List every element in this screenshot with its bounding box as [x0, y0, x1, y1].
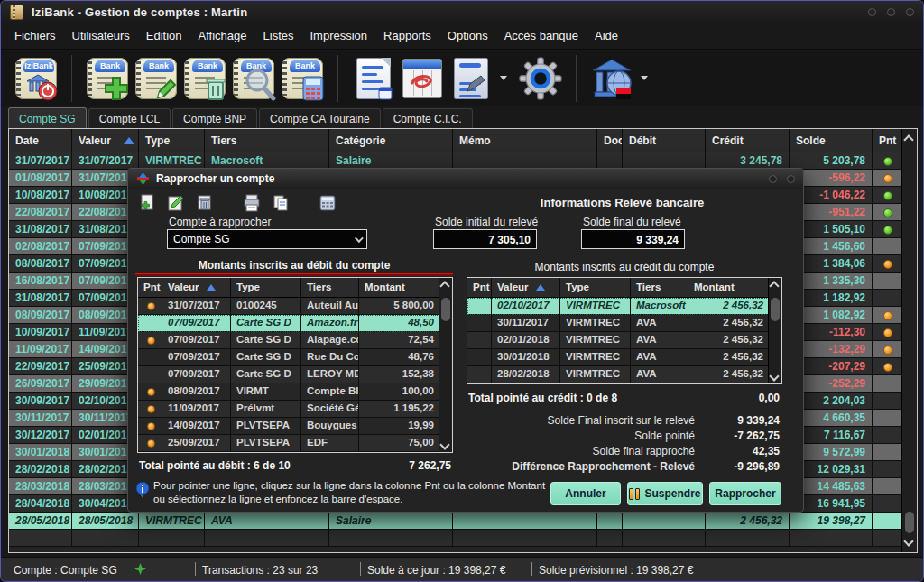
- online-banking-button[interactable]: [587, 53, 636, 104]
- debit-column-header-montant[interactable]: Montant: [359, 278, 440, 297]
- copy-button[interactable]: [271, 193, 291, 213]
- reconcile-button[interactable]: Rapprocher: [709, 482, 781, 505]
- debit-scroll-up-icon[interactable]: [439, 281, 449, 291]
- menu-item-utilisateurs[interactable]: Utilisateurs: [64, 24, 138, 47]
- cell-montant[interactable]: 2 456,32: [688, 315, 770, 332]
- column-header-pnt[interactable]: Pnt: [873, 129, 901, 152]
- add-transaction-button[interactable]: Bank: [83, 53, 132, 104]
- menu-item-edition[interactable]: Edition: [138, 24, 190, 47]
- menu-item-fichiers[interactable]: Fichiers: [6, 24, 64, 47]
- print-button[interactable]: [242, 193, 262, 213]
- column-header-valeur[interactable]: Valeur: [72, 129, 139, 152]
- cell-montant[interactable]: 2 456,32: [688, 349, 770, 366]
- cell-pnt[interactable]: [873, 513, 901, 530]
- cell-pnt[interactable]: [873, 221, 901, 238]
- debit-column-header-pnt[interactable]: Pnt: [138, 278, 162, 297]
- cell-pnt[interactable]: [138, 383, 162, 401]
- calculator-button[interactable]: [318, 193, 337, 213]
- cancel-button[interactable]: Annuler: [550, 482, 621, 505]
- debit-row[interactable]: 08/09/2017VIRMTCompte Bl100,00: [138, 383, 452, 401]
- credit-scroll-up-icon[interactable]: [769, 281, 779, 291]
- cell-pnt[interactable]: [467, 366, 492, 383]
- column-header-cr-dit[interactable]: Crédit: [706, 129, 790, 152]
- cell-pnt[interactable]: [467, 332, 492, 349]
- edit-transaction-button[interactable]: Bank: [132, 53, 180, 104]
- dialog-minimize-button[interactable]: [769, 175, 777, 183]
- cell-montant[interactable]: 5 800,00: [359, 298, 440, 315]
- cell-pnt[interactable]: [873, 170, 901, 187]
- debit-row[interactable]: 07/09/2017Carte SG DAmazon.fr48,50: [138, 315, 452, 332]
- credit-row[interactable]: 30/11/2017VIRMTRECAVA2 456,32: [467, 315, 781, 332]
- column-header-type[interactable]: Type: [139, 129, 205, 152]
- credit-column-header-pnt[interactable]: Pnt: [467, 278, 492, 297]
- credit-column-header-valeur[interactable]: Valeur: [492, 278, 560, 297]
- cell-pnt[interactable]: [138, 401, 162, 418]
- debit-column-header-type[interactable]: Type: [231, 278, 301, 297]
- cell-pnt[interactable]: [873, 358, 901, 375]
- maximize-button[interactable]: [887, 8, 895, 16]
- column-header-m-mo[interactable]: Mémo: [453, 129, 597, 152]
- column-header-date[interactable]: Date: [9, 129, 72, 152]
- cell-montant[interactable]: 152,38: [359, 366, 440, 383]
- credit-scrollbar-thumb[interactable]: [771, 298, 780, 321]
- debit-row[interactable]: 14/09/2017PLVTSEPABouygues19,99: [138, 418, 452, 435]
- cell-pnt[interactable]: [138, 298, 162, 315]
- tab-compte-bnp[interactable]: Compte BNP: [172, 108, 257, 128]
- izibank-home-button[interactable]: IziBank: [12, 53, 60, 104]
- cell-pnt[interactable]: [138, 332, 162, 349]
- column-header-cat-gorie[interactable]: Catégorie: [329, 129, 453, 152]
- cell-pnt[interactable]: [138, 418, 162, 435]
- column-header-tiers[interactable]: Tiers: [205, 129, 329, 152]
- cell-pnt[interactable]: [873, 393, 901, 410]
- cell-montant[interactable]: 2 456,32: [688, 332, 770, 349]
- menu-item-aide[interactable]: Aide: [587, 24, 626, 47]
- menu-item-impression[interactable]: Impression: [302, 24, 376, 47]
- cell-pnt[interactable]: [873, 375, 901, 393]
- menu-item-listes[interactable]: Listes: [255, 24, 302, 47]
- delete-transaction-button[interactable]: Bank: [180, 53, 229, 104]
- cell-montant[interactable]: 2 456,32: [688, 298, 770, 315]
- debit-row[interactable]: 11/09/2017PrélvmtSociété Gé1 195,22: [138, 401, 452, 418]
- add-row-button[interactable]: [137, 193, 157, 213]
- search-transaction-button[interactable]: Bank: [229, 53, 278, 104]
- debit-row[interactable]: 25/09/2017PLVTSEPAEDF75,00: [138, 435, 452, 452]
- credit-column-header-type[interactable]: Type: [560, 278, 631, 297]
- dialog-close-button[interactable]: [787, 175, 795, 183]
- cell-pnt[interactable]: [873, 204, 901, 221]
- schedule-report-button[interactable]: [349, 53, 398, 104]
- tab-compte-c-i-c-[interactable]: Compte C.I.C.: [383, 108, 473, 128]
- cell-pnt[interactable]: [467, 298, 492, 315]
- debit-row[interactable]: 31/07/20170100245Auteuil Au5 800,00: [138, 298, 452, 315]
- cell-pnt[interactable]: [467, 349, 492, 366]
- menu-item-options[interactable]: Options: [439, 24, 496, 47]
- transaction-row[interactable]: 28/05/201828/05/2018VIRMTRECAVASalaire2 …: [9, 513, 917, 530]
- notes-button[interactable]: [447, 53, 495, 104]
- cell-pnt[interactable]: [873, 461, 901, 478]
- cell-pnt[interactable]: [873, 255, 901, 273]
- cell-pnt[interactable]: [138, 435, 162, 452]
- cell-pnt[interactable]: [873, 290, 901, 307]
- tab-compte-ca-touraine[interactable]: Compte CA Touraine: [259, 108, 381, 128]
- column-header-d-bit[interactable]: Débit: [623, 129, 706, 152]
- notes-dropdown-arrow[interactable]: [500, 76, 507, 80]
- tab-compte-lcl[interactable]: Compte LCL: [88, 108, 171, 128]
- cell-montant[interactable]: 48,50: [359, 315, 440, 332]
- calendar-button[interactable]: [398, 53, 447, 104]
- credit-column-header-montant[interactable]: Montant: [688, 278, 770, 297]
- debit-scrollbar-thumb[interactable]: [441, 298, 450, 321]
- menu-item-acc-s-banque[interactable]: Accès banque: [496, 24, 587, 47]
- scroll-down-icon[interactable]: [903, 536, 913, 546]
- scrollbar-thumb[interactable]: [905, 512, 914, 533]
- debit-row[interactable]: 07/09/2017Carte SG DLEROY MER152,38: [138, 366, 452, 383]
- credit-row[interactable]: 28/02/2018VIRMTRECAVA2 456,32: [467, 366, 781, 383]
- suspend-button[interactable]: Suspendre: [627, 482, 703, 505]
- cell-montant[interactable]: 48,76: [359, 349, 440, 366]
- final-balance-field[interactable]: 9 339,24: [581, 229, 685, 249]
- cell-pnt[interactable]: [873, 324, 901, 341]
- credit-row[interactable]: 30/01/2018VIRMTRECAVA2 456,32: [467, 349, 781, 366]
- debit-row[interactable]: 07/09/2017Carte SG DAlapage.cc72,54: [138, 332, 452, 349]
- online-banking-dropdown-arrow[interactable]: [641, 76, 648, 80]
- cell-pnt[interactable]: [873, 410, 901, 427]
- credit-row[interactable]: 02/01/2018VIRMTRECAVA2 456,32: [467, 332, 781, 349]
- edit-row-button[interactable]: [166, 193, 186, 213]
